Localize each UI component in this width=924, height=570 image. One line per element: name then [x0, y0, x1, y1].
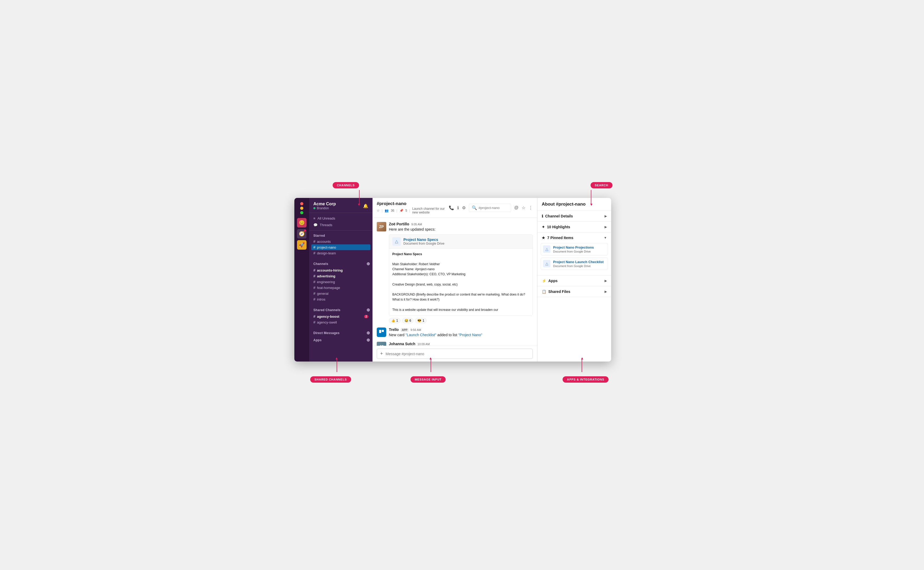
user-status: Brandon [313, 206, 336, 210]
info-icon[interactable]: ℹ [457, 205, 459, 210]
channel-item-advertising[interactable]: # advertising [309, 273, 373, 279]
settings-icon[interactable]: ⚙ [462, 205, 466, 210]
shared-channels-annotation: SHARED CHANNELS [310, 376, 351, 383]
author-zoe: Zoë Portillo [389, 222, 409, 226]
reaction-laugh[interactable]: 😂 6 [402, 318, 414, 323]
apps-arrowhead [581, 357, 583, 359]
message-input[interactable] [386, 352, 530, 356]
time-johanna: 10:09 AM [417, 343, 430, 346]
sidebar-nav: ≡ All Unreads 💬 Threads [309, 213, 373, 231]
channel-details-header[interactable]: ℹ Channel Details ▶ [537, 211, 611, 221]
highlights-header[interactable]: ✦ 10 Highlights ▶ [537, 222, 611, 232]
highlights-label: ✦ 10 Highlights [542, 225, 570, 229]
drive-pinned-icon-1: △ [543, 245, 551, 253]
threads-item[interactable]: 💬 Threads [309, 222, 373, 228]
pin-icon: 📌 [399, 209, 404, 213]
highlights-icon: ✦ [542, 225, 545, 229]
thumbsup-count: 1 [396, 319, 398, 322]
channel-item-intros[interactable]: # intros [309, 296, 373, 302]
channel-item-project-nano[interactable]: # project-nano [311, 244, 370, 250]
chevron-right-icon: ▶ [605, 214, 607, 218]
attachment-line-2: Channel Name: #project-nano [392, 267, 434, 271]
more-icon[interactable]: ⋮ [528, 205, 533, 210]
chevron-right-apps-icon: ▶ [605, 279, 607, 283]
message-header-trello: Trello APP 9:56 AM [389, 328, 533, 332]
project-nano-link[interactable]: "Project Nano" [458, 333, 482, 337]
hash-icon: # [313, 320, 315, 324]
add-channel-icon[interactable]: ⊕ [367, 261, 370, 266]
attachment-button[interactable]: + [380, 351, 383, 357]
search-input[interactable] [479, 206, 508, 210]
phone-icon[interactable]: 📞 [449, 205, 454, 210]
message-input-box[interactable]: + [377, 349, 533, 359]
rocket-icon-button[interactable]: 🚀 [297, 240, 307, 250]
chevron-down-icon: ▼ [604, 236, 607, 240]
channel-item-general[interactable]: # general [309, 291, 373, 296]
channel-item-engineering[interactable]: # engineering [309, 279, 373, 285]
threads-icon: 💬 [313, 223, 318, 227]
apps-panel-header[interactable]: ⚡ Apps ▶ [537, 276, 611, 286]
add-shared-channel-icon[interactable]: ⊕ [367, 308, 370, 313]
message-content-johanna: Johanna Sutch 10:09 AM Thanks to everyon… [389, 342, 533, 346]
message-johanna: JS Johanna Sutch 10:09 AM Thanks to ever… [377, 342, 533, 346]
members-count: 36 [391, 209, 394, 213]
channel-description: Launch channel for our new website [412, 207, 448, 214]
channel-item-accounts-hiring[interactable]: # accounts-hiring [309, 267, 373, 273]
laugh-count: 6 [410, 319, 411, 322]
attachment-title[interactable]: Project Nano Specs [404, 238, 444, 242]
workspace-info: Acme Corp Brandon [313, 202, 336, 210]
channel-item-accounts[interactable]: # accounts [309, 239, 373, 244]
bell-icon[interactable]: 🔔 [363, 204, 368, 208]
attachment-subtitle: Document from Google Drive [404, 242, 444, 245]
avatar-zoe: ZP [377, 222, 386, 231]
nav-icon-button[interactable]: 🧭 [297, 229, 307, 239]
star-icon[interactable]: ☆ [377, 209, 380, 213]
chat-area: #project-nano ☆ | 👥 36 | 📌 5 | Launch ch… [373, 198, 537, 362]
dm-section: Direct Messages ⊕ Apps ⊕ [309, 327, 373, 346]
minimize-button[interactable] [300, 207, 303, 210]
search-box[interactable]: 🔍 [469, 204, 511, 212]
notification-dot [304, 230, 306, 232]
app-badge: APP [401, 328, 408, 332]
pin-panel-icon: ★ [542, 236, 545, 240]
all-unreads-item[interactable]: ≡ All Unreads [309, 215, 373, 222]
channel-item-agency-swell[interactable]: # agency-swell [309, 319, 373, 325]
channels-annotation: CHANNELS [333, 182, 359, 188]
add-dm-icon[interactable]: ⊕ [367, 330, 370, 336]
message-content-zoe: Zoë Portillo 9:05 AM Here are the update… [389, 222, 533, 323]
right-panel: About #project-nano ℹ Channel Details ▶ … [537, 198, 611, 362]
panel-section-apps: ⚡ Apps ▶ [537, 276, 611, 287]
attachment-body-title: Project Nano Specs [392, 252, 422, 256]
channel-item-agency-boost[interactable]: # agency-boost 2 [309, 314, 373, 319]
shared-channels-arrow [336, 359, 337, 372]
author-johanna: Johanna Sutch [389, 342, 415, 346]
avatar-johanna: JS [377, 342, 386, 346]
channel-title-area: #project-nano ☆ | 👥 36 | 📌 5 | Launch ch… [377, 201, 449, 214]
drive-pinned-icon-2: △ [543, 260, 551, 267]
launch-checklist-link[interactable]: "Launch Checklist" [405, 333, 436, 337]
channel-item-design-team[interactable]: # design-team [309, 250, 373, 256]
at-icon[interactable]: @ [514, 205, 519, 210]
pinned-items-header[interactable]: ★ 7 Pinned Items ▼ [537, 233, 611, 243]
panel-section-shared-files: 📋 Shared Files ▶ [537, 287, 611, 297]
svg-rect-0 [379, 330, 381, 333]
pinned-item-2-sub: Document from Google Drive [553, 264, 603, 268]
maximize-button[interactable] [300, 211, 303, 214]
add-app-icon[interactable]: ⊕ [367, 337, 370, 343]
panel-section-pinned: ★ 7 Pinned Items ▼ △ Project Nano Projec… [537, 233, 611, 276]
emoji-icon-button[interactable]: 😊 [297, 218, 307, 227]
pinned-item-launch[interactable]: △ Project Nano Launch Checklist Document… [541, 257, 608, 270]
shared-files-header[interactable]: 📋 Shared Files ▶ [537, 287, 611, 297]
shared-channels-label: Shared Channels [313, 308, 341, 312]
apps-panel-label: ⚡ Apps [542, 279, 557, 283]
apps-section-header: Apps ⊕ [309, 336, 373, 343]
pinned-item-projections[interactable]: △ Project Nano Projections Document from… [541, 243, 608, 256]
attachment-card-specs: △ Project Nano Specs Document from Googl… [389, 234, 533, 316]
channel-item-feat-homepage[interactable]: # feat-homepage [309, 285, 373, 291]
workspace-name: Acme Corp [313, 202, 336, 206]
reaction-thumbsup[interactable]: 👍 1 [389, 318, 401, 323]
reaction-cool[interactable]: 😎 1 [415, 318, 427, 323]
star-header-icon[interactable]: ☆ [522, 205, 525, 210]
close-button[interactable] [300, 202, 303, 205]
time-zoe: 9:05 AM [411, 223, 422, 226]
